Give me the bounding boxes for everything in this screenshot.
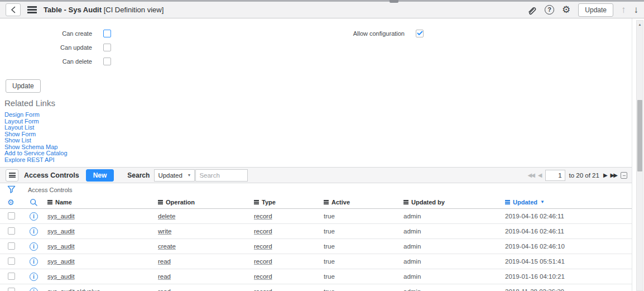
updated-value: 2018-11-28 02:36:30 <box>505 288 632 291</box>
related-link-layout-form[interactable]: Layout Form <box>4 118 632 125</box>
active-value: true <box>324 273 403 280</box>
row-checkbox[interactable] <box>8 242 15 250</box>
back-button[interactable] <box>6 3 21 16</box>
name-link[interactable]: sys_audit.oldvalue <box>47 288 100 291</box>
column-header-updated-by[interactable]: Updated by <box>403 199 505 206</box>
column-menu-icon <box>254 200 259 204</box>
operation-link[interactable]: read <box>158 273 171 280</box>
name-link[interactable]: sys_audit <box>47 228 75 235</box>
updated-by-value: admin <box>403 243 505 250</box>
top-divider <box>0 0 644 2</box>
can-delete-checkbox[interactable] <box>103 58 111 65</box>
form-context-menu-icon[interactable] <box>27 6 37 13</box>
related-link-layout-list[interactable]: Layout List <box>4 125 632 131</box>
name-link[interactable]: sys_audit <box>47 273 75 280</box>
info-icon[interactable] <box>30 273 38 281</box>
operation-link[interactable]: write <box>158 228 171 235</box>
collapse-list-icon[interactable] <box>621 172 627 179</box>
next-page-icon[interactable]: ▶ <box>603 173 607 178</box>
updated-by-value: admin <box>403 213 505 220</box>
next-record-icon[interactable]: ↓ <box>634 5 639 15</box>
info-icon[interactable] <box>30 227 38 236</box>
personalize-list-button[interactable]: ⚙ <box>0 198 25 206</box>
can-create-checkbox[interactable] <box>103 30 111 37</box>
type-link[interactable]: record <box>254 213 272 220</box>
page-number-input[interactable] <box>545 170 565 181</box>
column-header-type[interactable]: Type <box>254 199 324 206</box>
previous-page-icon[interactable]: ◀ <box>538 173 541 178</box>
table-row: sys_audit delete record true admin 2019-… <box>0 209 632 224</box>
operation-link[interactable]: create <box>158 243 176 250</box>
type-link[interactable]: record <box>254 288 272 291</box>
related-link-design-form[interactable]: Design Form <box>4 112 632 118</box>
type-link[interactable]: record <box>254 258 272 265</box>
type-link[interactable]: record <box>254 273 272 280</box>
checkmark-icon <box>417 31 423 36</box>
operation-link[interactable]: read <box>158 288 171 291</box>
chevron-down-icon: ▼ <box>187 173 191 177</box>
related-link-add-to-service-catalog[interactable]: Add to Service Catalog <box>4 150 632 157</box>
active-value: true <box>324 213 403 220</box>
attachment-icon[interactable] <box>527 5 537 15</box>
scrollbar-track[interactable]: ▲ <box>636 20 643 291</box>
info-icon[interactable] <box>30 212 38 221</box>
row-checkbox[interactable] <box>8 227 15 235</box>
related-link-show-form[interactable]: Show Form <box>4 131 632 138</box>
name-link[interactable]: sys_audit <box>47 258 75 265</box>
page: Table - Sys Audit [CI Definition view] ?… <box>0 0 644 291</box>
name-link[interactable]: sys_audit <box>47 213 75 220</box>
pagination-range: to 20 of 21 <box>569 172 599 179</box>
table-row: sys_audit.oldvalue read record true admi… <box>0 284 632 291</box>
related-list-title: Access Controls <box>24 171 79 179</box>
search-input[interactable] <box>195 169 248 182</box>
scrollbar-up-icon[interactable]: ▲ <box>637 23 643 26</box>
previous-record-icon[interactable]: ↑ <box>621 5 626 15</box>
related-link-explore-rest-api[interactable]: Explore REST API <box>4 157 632 164</box>
pagination: ◀◀ ◀ to 20 of 21 ▶ ▶▶ <box>527 170 627 181</box>
list-context-menu-button[interactable] <box>6 169 18 182</box>
operation-link[interactable]: read <box>158 258 171 265</box>
column-header-updated[interactable]: Updated ▼ <box>505 199 632 206</box>
updated-by-value: admin <box>403 273 505 280</box>
breadcrumb: Access Controls <box>28 187 72 193</box>
type-link[interactable]: record <box>254 228 272 235</box>
table-body: sys_audit delete record true admin 2019-… <box>0 209 632 291</box>
row-checkbox[interactable] <box>8 273 15 280</box>
gear-icon[interactable]: ⚙ <box>562 5 570 15</box>
allow-configuration-checkbox[interactable] <box>416 30 424 37</box>
last-page-icon[interactable]: ▶▶ <box>611 173 617 178</box>
column-header-operation[interactable]: Operation <box>158 199 254 206</box>
type-link[interactable]: record <box>254 243 272 250</box>
column-header-active[interactable]: Active <box>324 199 403 206</box>
filter-icon[interactable] <box>7 185 16 194</box>
first-page-icon[interactable]: ◀◀ <box>527 173 534 178</box>
vertical-scrollbar[interactable]: ▲ <box>633 18 644 291</box>
row-checkbox[interactable] <box>8 257 15 265</box>
form-fields: Can create Can update Can delete Allow c… <box>0 18 632 76</box>
scrollbar-thumb[interactable] <box>637 100 642 171</box>
search-column-select[interactable]: Updated ▼ <box>154 169 195 182</box>
field-can-delete: Can delete <box>0 54 632 68</box>
info-icon[interactable] <box>30 288 38 291</box>
can-update-checkbox[interactable] <box>103 44 111 51</box>
update-button[interactable]: Update <box>6 79 41 93</box>
info-icon[interactable] <box>30 257 38 266</box>
row-checkbox[interactable] <box>8 288 15 291</box>
field-can-update: Can update <box>0 40 632 54</box>
column-header-name[interactable]: Name <box>46 199 158 206</box>
splitter-handle-icon[interactable] <box>390 0 398 3</box>
list-gear-icon: ⚙ <box>7 198 15 206</box>
column-menu-icon <box>505 200 510 204</box>
name-link[interactable]: sys_audit <box>47 243 75 250</box>
search-label: Search <box>127 171 150 179</box>
column-menu-icon <box>403 200 408 204</box>
row-checkbox[interactable] <box>8 212 15 220</box>
header-update-button[interactable]: Update <box>578 3 613 17</box>
related-link-show-schema-map[interactable]: Show Schema Map <box>4 144 632 151</box>
operation-link[interactable]: delete <box>158 213 175 220</box>
list-search-button[interactable] <box>25 198 46 207</box>
new-button[interactable]: New <box>86 169 114 182</box>
related-link-show-list[interactable]: Show List <box>4 137 632 144</box>
info-icon[interactable] <box>30 242 38 251</box>
help-icon[interactable]: ? <box>545 5 554 15</box>
